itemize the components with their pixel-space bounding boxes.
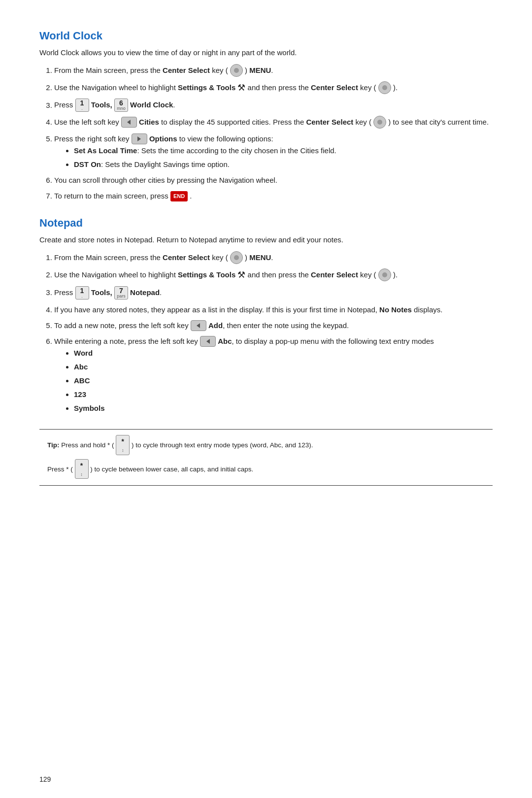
notepad-step-2: Use the Navigation wheel to highlight Se… [54,268,493,283]
world-clock-section: World Clock World Clock allows you to vi… [39,30,493,202]
world-clock-options: Set As Local Time: Sets the time accordi… [74,145,493,170]
world-clock-step-6: You can scroll through other cities by p… [54,174,493,186]
center-select-key-wc2 [378,81,391,94]
key-7-np: 7 pars [114,286,128,299]
left-soft-key-np6 [200,336,216,347]
settings-tools-icon-np2: ⚒ [237,268,245,282]
mode-abc-caps: ABC [74,375,493,387]
world-clock-step-2: Use the Navigation wheel to highlight Se… [54,81,493,96]
notepad-steps: From the Main screen, press the Center S… [54,252,493,414]
center-select-key-wc4 [373,116,386,129]
mode-abc: Abc [74,361,493,373]
notepad-title: Notepad [39,217,493,230]
center-select-key-np2 [378,268,391,281]
mode-123: 123 [74,389,493,400]
notepad-step-1: From the Main screen, press the Center S… [54,252,493,265]
key-1-np: 1 . [75,286,89,299]
settings-tools-icon-wc2: ⚒ [237,81,245,95]
mode-symbols: Symbols [74,402,493,414]
end-key-wc: END [170,191,188,202]
key-6-wc: 6 mno [114,99,128,112]
world-clock-step-7: To return to the main screen, press END … [54,190,493,202]
world-clock-step-1: From the Main screen, press the Center S… [54,65,493,77]
star-key-tip1: * ↕ [116,435,130,455]
notepad-intro: Create and store notes in Notepad. Retur… [39,234,493,246]
notepad-step-6: While entering a note, press the left so… [54,335,493,414]
world-clock-step-3: Press 1 . Tools, 6 mno World Clock. [54,99,493,112]
key-1-wc: 1 . [75,99,89,112]
notepad-step-3: Press 1 . Tools, 7 pars Notepad. [54,287,493,300]
option-dst-on: DST On: Sets the Daylight Savings time o… [74,159,493,170]
notepad-text-modes: Word Abc ABC 123 Symbols [74,347,493,414]
world-clock-step-5: Press the right soft key Options to view… [54,133,493,170]
option-set-local-time: Set As Local Time: Sets the time accordi… [74,145,493,157]
center-select-key-wc1 [230,64,243,77]
left-soft-key-np5 [191,320,206,331]
world-clock-title: World Clock [39,30,493,42]
world-clock-intro: World Clock allows you to view the time … [39,47,493,59]
tip-line-2: Press * ( * ↕ ) to cycle between lower c… [47,460,485,480]
world-clock-step-4: Use the left soft key Cities to display … [54,116,493,129]
notepad-step-4: If you have any stored notes, they appea… [54,304,493,316]
notepad-section: Notepad Create and store notes in Notepa… [39,217,493,414]
center-select-key-np1 [230,251,243,264]
tip-box: Tip: Press and hold * ( * ↕ ) to cycle t… [39,429,493,486]
right-soft-key-wc5 [132,133,147,144]
notepad-step-5: To add a new note, press the left soft k… [54,320,493,332]
page-number: 129 [39,775,51,783]
world-clock-steps: From the Main screen, press the Center S… [54,65,493,202]
page-content: World Clock World Clock allows you to vi… [39,30,493,486]
left-soft-key-wc4 [121,117,137,128]
mode-word: Word [74,347,493,359]
tip-line-1: Tip: Press and hold * ( * ↕ ) to cycle t… [47,435,485,456]
star-key-tip2: * ↕ [75,459,89,479]
